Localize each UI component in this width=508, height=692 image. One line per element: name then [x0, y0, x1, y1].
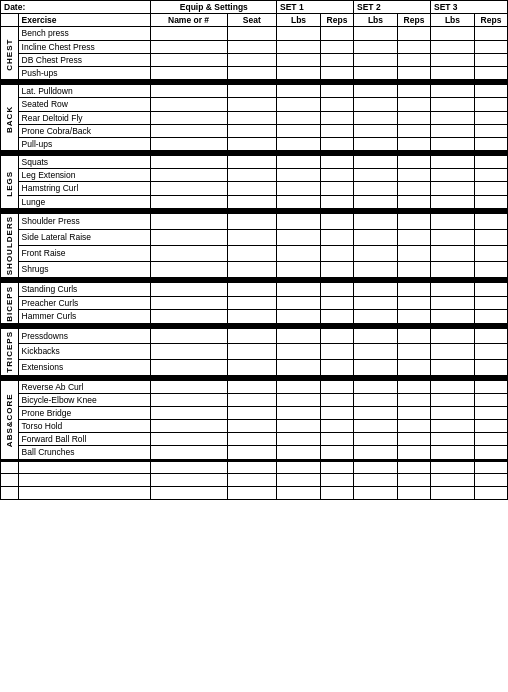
data-cell[interactable]: [227, 310, 276, 325]
footer-cell[interactable]: [150, 486, 227, 499]
data-cell[interactable]: [277, 124, 321, 137]
data-cell[interactable]: [321, 169, 354, 182]
data-cell[interactable]: [227, 169, 276, 182]
footer-cell[interactable]: [474, 486, 507, 499]
data-cell[interactable]: [354, 27, 398, 40]
data-cell[interactable]: [474, 420, 507, 433]
data-cell[interactable]: [430, 310, 474, 325]
data-cell[interactable]: [474, 137, 507, 151]
footer-cell[interactable]: [1, 486, 19, 499]
data-cell[interactable]: [397, 446, 430, 460]
data-cell[interactable]: [354, 446, 398, 460]
data-cell[interactable]: [150, 433, 227, 446]
data-cell[interactable]: [227, 420, 276, 433]
data-cell[interactable]: [321, 359, 354, 376]
data-cell[interactable]: [397, 328, 430, 343]
data-cell[interactable]: [150, 137, 227, 151]
data-cell[interactable]: [354, 420, 398, 433]
data-cell[interactable]: [430, 213, 474, 229]
data-cell[interactable]: [150, 359, 227, 376]
data-cell[interactable]: [150, 111, 227, 124]
footer-cell[interactable]: [150, 473, 227, 486]
data-cell[interactable]: [354, 124, 398, 137]
data-cell[interactable]: [430, 182, 474, 195]
data-cell[interactable]: [397, 245, 430, 261]
footer-cell[interactable]: [1, 460, 19, 473]
data-cell[interactable]: [277, 328, 321, 343]
data-cell[interactable]: [474, 98, 507, 111]
data-cell[interactable]: [277, 85, 321, 98]
footer-cell[interactable]: [397, 473, 430, 486]
data-cell[interactable]: [430, 66, 474, 80]
data-cell[interactable]: [397, 182, 430, 195]
data-cell[interactable]: [277, 195, 321, 209]
data-cell[interactable]: [227, 182, 276, 195]
data-cell[interactable]: [321, 380, 354, 393]
data-cell[interactable]: [150, 195, 227, 209]
data-cell[interactable]: [397, 359, 430, 376]
data-cell[interactable]: [474, 195, 507, 209]
footer-cell[interactable]: [430, 460, 474, 473]
data-cell[interactable]: [277, 433, 321, 446]
data-cell[interactable]: [430, 344, 474, 359]
data-cell[interactable]: [227, 213, 276, 229]
data-cell[interactable]: [277, 380, 321, 393]
data-cell[interactable]: [474, 85, 507, 98]
data-cell[interactable]: [354, 393, 398, 406]
data-cell[interactable]: [397, 420, 430, 433]
data-cell[interactable]: [321, 137, 354, 151]
data-cell[interactable]: [227, 344, 276, 359]
data-cell[interactable]: [321, 393, 354, 406]
data-cell[interactable]: [474, 433, 507, 446]
footer-cell[interactable]: [18, 486, 150, 499]
data-cell[interactable]: [277, 420, 321, 433]
data-cell[interactable]: [277, 296, 321, 310]
data-cell[interactable]: [321, 433, 354, 446]
data-cell[interactable]: [227, 296, 276, 310]
data-cell[interactable]: [227, 195, 276, 209]
footer-cell[interactable]: [321, 486, 354, 499]
data-cell[interactable]: [150, 169, 227, 182]
data-cell[interactable]: [227, 124, 276, 137]
data-cell[interactable]: [430, 124, 474, 137]
data-cell[interactable]: [474, 124, 507, 137]
data-cell[interactable]: [321, 420, 354, 433]
data-cell[interactable]: [354, 296, 398, 310]
data-cell[interactable]: [277, 53, 321, 66]
data-cell[interactable]: [474, 229, 507, 245]
data-cell[interactable]: [354, 156, 398, 169]
data-cell[interactable]: [227, 393, 276, 406]
data-cell[interactable]: [430, 380, 474, 393]
data-cell[interactable]: [277, 40, 321, 53]
data-cell[interactable]: [321, 229, 354, 245]
data-cell[interactable]: [150, 261, 227, 278]
data-cell[interactable]: [321, 40, 354, 53]
data-cell[interactable]: [354, 98, 398, 111]
data-cell[interactable]: [474, 359, 507, 376]
data-cell[interactable]: [277, 213, 321, 229]
data-cell[interactable]: [474, 328, 507, 343]
data-cell[interactable]: [277, 406, 321, 419]
data-cell[interactable]: [397, 40, 430, 53]
data-cell[interactable]: [227, 328, 276, 343]
footer-cell[interactable]: [397, 460, 430, 473]
data-cell[interactable]: [321, 296, 354, 310]
data-cell[interactable]: [277, 137, 321, 151]
data-cell[interactable]: [227, 245, 276, 261]
data-cell[interactable]: [277, 182, 321, 195]
data-cell[interactable]: [277, 393, 321, 406]
data-cell[interactable]: [397, 229, 430, 245]
data-cell[interactable]: [430, 283, 474, 297]
data-cell[interactable]: [474, 53, 507, 66]
data-cell[interactable]: [321, 98, 354, 111]
data-cell[interactable]: [474, 111, 507, 124]
data-cell[interactable]: [430, 111, 474, 124]
data-cell[interactable]: [430, 446, 474, 460]
data-cell[interactable]: [354, 245, 398, 261]
data-cell[interactable]: [474, 66, 507, 80]
data-cell[interactable]: [227, 53, 276, 66]
data-cell[interactable]: [397, 195, 430, 209]
data-cell[interactable]: [474, 156, 507, 169]
data-cell[interactable]: [430, 40, 474, 53]
data-cell[interactable]: [397, 111, 430, 124]
